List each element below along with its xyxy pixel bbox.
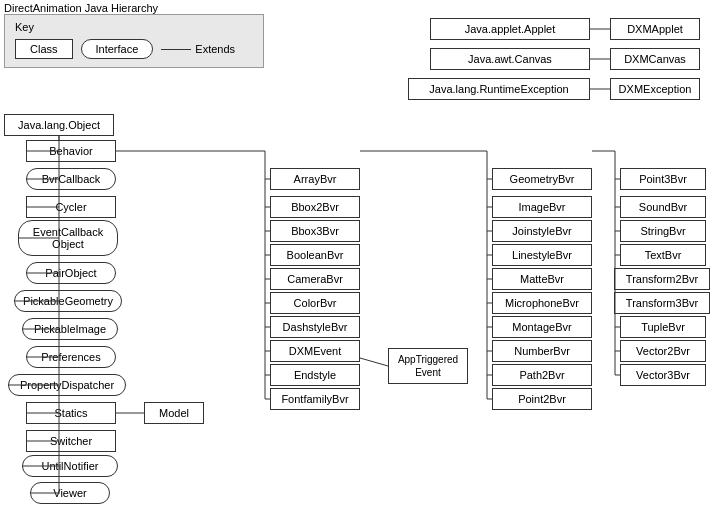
- dxm-exception-node: DXMException: [610, 78, 700, 100]
- arraybvr-node: ArrayBvr: [270, 168, 360, 190]
- numberbvr-node: NumberBvr: [492, 340, 592, 362]
- dxm-canvas-node: DXMCanvas: [610, 48, 700, 70]
- path2bvr-node: Path2Bvr: [492, 364, 592, 386]
- joinstylebvr-node: JoinstyleBvr: [492, 220, 592, 242]
- imagebvr-node: ImageBvr: [492, 196, 592, 218]
- transform3bvr-node: Transform3Bvr: [614, 292, 710, 314]
- svg-line-31: [360, 358, 388, 366]
- java-runtime-node: Java.lang.RuntimeException: [408, 78, 590, 100]
- cycler-node: Cycler: [26, 196, 116, 218]
- endstyle-node: Endstyle: [270, 364, 360, 386]
- behavior-node: Behavior: [26, 140, 116, 162]
- microphonebvr-node: MicrophoneBvr: [492, 292, 592, 314]
- tuplebvr-node: TupleBvr: [620, 316, 706, 338]
- dashstylebvr-node: DashstyleBvr: [270, 316, 360, 338]
- linestylebvr-node: LinestyleBvr: [492, 244, 592, 266]
- colorbvr-node: ColorBvr: [270, 292, 360, 314]
- apptriggered-node: AppTriggeredEvent: [388, 348, 468, 384]
- montagebvr-node: MontageBvr: [492, 316, 592, 338]
- java-applet-node: Java.applet.Applet: [430, 18, 590, 40]
- statics-node: Statics: [26, 402, 116, 424]
- page-title: DirectAnimation Java Hierarchy: [4, 2, 158, 14]
- stringbvr-node: StringBvr: [620, 220, 706, 242]
- switcher-node: Switcher: [26, 430, 116, 452]
- propertydispatcher-node: PropertyDispatcher: [8, 374, 126, 396]
- mattebvr-node: MatteBvr: [492, 268, 592, 290]
- vector3bvr-node: Vector3Bvr: [620, 364, 706, 386]
- dxmevent-node: DXMEvent: [270, 340, 360, 362]
- bbox2bvr-node: Bbox2Bvr: [270, 196, 360, 218]
- root-node: Java.lang.Object: [4, 114, 114, 136]
- point2bvr-node: Point2Bvr: [492, 388, 592, 410]
- vector2bvr-node: Vector2Bvr: [620, 340, 706, 362]
- pairobject-node: PairObject: [26, 262, 116, 284]
- transform2bvr-node: Transform2Bvr: [614, 268, 710, 290]
- camerabvr-node: CameraBvr: [270, 268, 360, 290]
- key-box: Key Class Interface Extends: [4, 14, 264, 68]
- extends-legend: Extends: [161, 43, 235, 55]
- bbox3bvr-node: Bbox3Bvr: [270, 220, 360, 242]
- key-label: Key: [15, 21, 253, 33]
- point3bvr-node: Point3Bvr: [620, 168, 706, 190]
- model-node: Model: [144, 402, 204, 424]
- pickableimage-node: PickableImage: [22, 318, 118, 340]
- soundbvr-node: SoundBvr: [620, 196, 706, 218]
- booleanbvr-node: BooleanBvr: [270, 244, 360, 266]
- geometrybvr-node: GeometryBvr: [492, 168, 592, 190]
- class-box: Class: [15, 39, 73, 59]
- untilnotifier-node: UntilNotifier: [22, 455, 118, 477]
- preferences-node: Preferences: [26, 346, 116, 368]
- textbvr-node: TextBvr: [620, 244, 706, 266]
- pickablegeometry-node: PickableGeometry: [14, 290, 122, 312]
- viewer-node: Viewer: [30, 482, 110, 504]
- fontfamilybvr-node: FontfamilyBvr: [270, 388, 360, 410]
- dxm-applet-node: DXMApplet: [610, 18, 700, 40]
- bvrcallback-node: BvrCallback: [26, 168, 116, 190]
- eventcallback-node: EventCallbackObject: [18, 220, 118, 256]
- interface-box: Interface: [81, 39, 154, 59]
- java-awt-node: Java.awt.Canvas: [430, 48, 590, 70]
